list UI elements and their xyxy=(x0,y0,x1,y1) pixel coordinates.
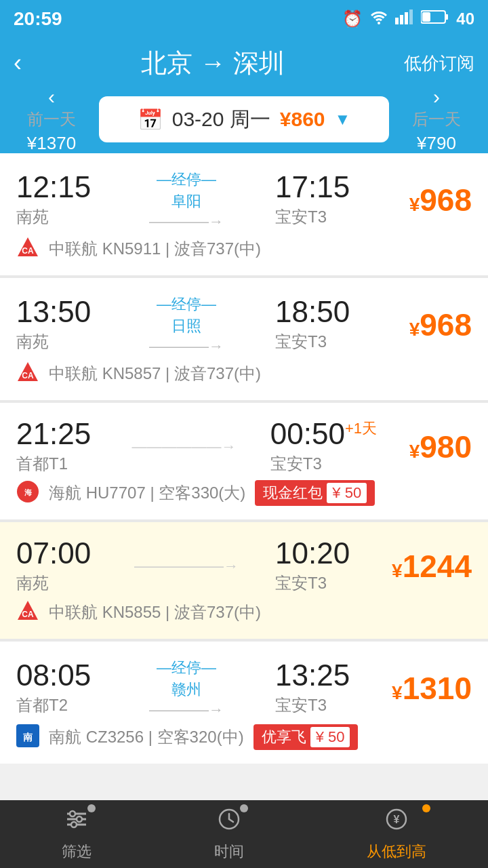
flight-list: 12:15 南苑 —经停— 阜阳 ————→ 17:15 宝安T3 ¥968 C… xyxy=(0,153,488,764)
current-date-price: ¥860 xyxy=(280,108,325,131)
flight-4-airline-info: 中联航 KN5855 | 波音737(中) xyxy=(49,601,261,623)
status-bar: 20:59 ⏰ 40 xyxy=(0,0,488,38)
battery-level: 40 xyxy=(456,9,474,28)
flight-2-airline-info: 中联航 KN5857 | 波音737(中) xyxy=(49,363,261,384)
svg-rect-6 xyxy=(422,12,430,22)
yuan-icon: ¥ xyxy=(384,807,409,837)
flight-4-route: ——————→ xyxy=(108,538,264,594)
route-title: 北京 → 深圳 xyxy=(22,46,404,81)
svg-rect-1 xyxy=(400,15,403,24)
svg-line-25 xyxy=(229,819,233,822)
nav-filter[interactable]: 筛选 xyxy=(62,807,92,862)
flight-1-airline-info: 中联航 KN5911 | 波音737(中) xyxy=(49,238,261,260)
flight-1-arrive-time: 17:15 xyxy=(275,172,377,202)
svg-text:CA: CA xyxy=(22,246,34,256)
flight-3-depart-airport: 首都T1 xyxy=(16,453,98,475)
flight-4-arrow: ——————→ xyxy=(134,557,239,575)
flight-5-airline-icon: 南 xyxy=(16,724,39,750)
flight-2-arrive: 18:50 宝安T3 xyxy=(275,297,377,353)
status-icons: ⏰ 40 xyxy=(342,9,474,28)
flight-3-badge: 现金红包 ¥ 50 xyxy=(255,480,375,506)
flight-card-1[interactable]: 12:15 南苑 —经停— 阜阳 ————→ 17:15 宝安T3 ¥968 C… xyxy=(0,153,488,275)
flight-5-badge: 优享飞 ¥ 50 xyxy=(253,724,359,750)
svg-text:CA: CA xyxy=(22,610,34,619)
back-button[interactable]: ‹ xyxy=(14,49,22,77)
flight-3-arrow: ——————→ xyxy=(131,438,236,456)
calendar-icon: 📅 xyxy=(138,108,163,132)
svg-rect-2 xyxy=(405,12,408,24)
battery-icon xyxy=(421,9,449,28)
flight-4-arrive-time: 10:20 xyxy=(275,538,377,568)
flight-1-airline-icon: CA xyxy=(16,236,39,262)
current-date-picker[interactable]: 📅 03-20 周一 ¥860 ▼ xyxy=(99,96,389,142)
flight-4-airline-icon: CA xyxy=(16,599,39,625)
clock-icon xyxy=(217,807,241,837)
flight-2-arrive-time: 18:50 xyxy=(275,297,377,327)
flight-1-arrive: 17:15 宝安T3 xyxy=(275,172,377,228)
flight-5-stop-label: —经停— xyxy=(157,658,216,678)
flight-card-2[interactable]: 13:50 南苑 —经停— 日照 ————→ 18:50 宝安T3 ¥968 C… xyxy=(0,278,488,400)
flight-1-depart-time: 12:15 xyxy=(16,172,98,202)
svg-text:南: 南 xyxy=(23,732,33,743)
nav-sort[interactable]: ¥ 从低到高 xyxy=(367,807,426,862)
filter-dot xyxy=(87,804,96,812)
nav-time-label: 时间 xyxy=(214,842,244,862)
svg-rect-5 xyxy=(445,14,448,20)
flight-3-price: ¥980 xyxy=(377,429,472,465)
flight-4-price: ¥1244 xyxy=(377,548,472,585)
next-day-price: ¥790 xyxy=(417,133,456,154)
next-arrow-icon: › xyxy=(433,85,440,108)
flight-2-arrow: ————→ xyxy=(149,338,224,355)
flight-2-stop-label: —经停— xyxy=(157,294,216,315)
subscribe-button[interactable]: 低价订阅 xyxy=(404,52,474,75)
next-day-button[interactable]: › 后一天 ¥790 xyxy=(396,85,477,154)
wifi-icon xyxy=(369,9,388,28)
flight-card-5[interactable]: 08:05 首都T2 —经停— 赣州 ————→ 13:25 宝安T3 ¥131… xyxy=(0,642,488,764)
flight-5-info: 南 南航 CZ3256 | 空客320(中) 优享飞 ¥ 50 xyxy=(16,724,472,750)
flight-5-arrive: 13:25 宝安T3 xyxy=(275,660,377,716)
flight-card-3[interactable]: 21:25 首都T1 ——————→ 00:50+1天 宝安T3 ¥980 xyxy=(0,403,488,519)
next-day-label: 后一天 xyxy=(412,108,461,130)
nav-time[interactable]: 时间 xyxy=(214,807,244,862)
prev-arrow-icon: ‹ xyxy=(48,85,55,108)
nav-filter-label: 筛选 xyxy=(62,842,92,862)
flight-1-depart: 12:15 南苑 xyxy=(16,172,98,228)
svg-point-20 xyxy=(70,811,75,816)
flight-3-airline-info: 海航 HU7707 | 空客330(大) xyxy=(49,482,245,504)
svg-rect-0 xyxy=(395,18,399,24)
svg-text:海: 海 xyxy=(24,488,33,496)
flight-2-arrive-airport: 宝安T3 xyxy=(275,331,377,353)
flight-2-depart-airport: 南苑 xyxy=(16,331,98,353)
flight-3-arrive-airport: 宝安T3 xyxy=(270,453,377,475)
svg-point-22 xyxy=(71,822,77,827)
signal-icon xyxy=(395,9,414,28)
flight-3-info: 海 海航 HU7707 | 空客330(大) 现金红包 ¥ 50 xyxy=(16,480,472,506)
flight-3-arrive: 00:50+1天 宝安T3 xyxy=(270,419,377,475)
flight-5-airline-info: 南航 CZ3256 | 空客320(中) xyxy=(49,726,244,748)
svg-text:¥: ¥ xyxy=(394,814,400,825)
flight-4-info: CA 中联航 KN5855 | 波音737(中) xyxy=(16,599,472,625)
flight-5-stop-city: 赣州 xyxy=(171,679,201,700)
flight-5-route: —经停— 赣州 ————→ xyxy=(108,658,264,719)
flight-1-info: CA 中联航 KN5911 | 波音737(中) xyxy=(16,236,472,262)
svg-point-21 xyxy=(77,816,82,822)
flight-4-arrive: 10:20 宝安T3 xyxy=(275,538,377,594)
flight-2-depart: 13:50 南苑 xyxy=(16,297,98,353)
bottom-nav: 筛选 时间 ¥ 从低到高 xyxy=(0,800,488,868)
flight-1-stop-city: 阜阳 xyxy=(171,191,201,212)
flight-1-price: ¥968 xyxy=(377,182,472,218)
status-time: 20:59 xyxy=(14,8,62,30)
svg-text:CA: CA xyxy=(22,371,34,380)
prev-day-button[interactable]: ‹ 前一天 ¥1370 xyxy=(11,85,92,154)
flight-2-info: CA 中联航 KN5857 | 波音737(中) xyxy=(16,361,472,387)
flight-3-airline-icon: 海 xyxy=(16,480,39,506)
svg-rect-3 xyxy=(409,9,413,24)
prev-day-price: ¥1370 xyxy=(27,133,76,154)
flight-1-depart-airport: 南苑 xyxy=(16,206,98,228)
flight-4-depart-airport: 南苑 xyxy=(16,572,98,594)
flight-5-arrive-airport: 宝安T3 xyxy=(275,694,377,716)
filter-icon xyxy=(64,807,89,837)
flight-3-depart-time: 21:25 xyxy=(16,419,98,449)
flight-1-arrow: ————→ xyxy=(149,213,224,231)
flight-card-4[interactable]: 07:00 南苑 ——————→ 10:20 宝安T3 ¥1244 CA 中联航… xyxy=(0,522,488,639)
